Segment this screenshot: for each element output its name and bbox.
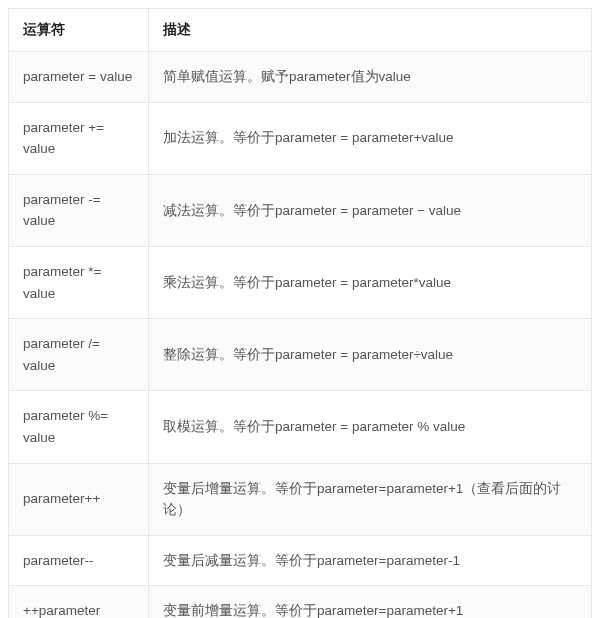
cell-operator: parameter /= value [9, 319, 149, 391]
table-row: ++parameter 变量前增量运算。等价于parameter=paramet… [9, 586, 592, 618]
cell-description: 取模运算。等价于parameter = parameter % value [149, 391, 592, 463]
header-operator: 运算符 [9, 9, 149, 52]
cell-operator: parameter-- [9, 535, 149, 586]
cell-description: 减法运算。等价于parameter = parameter − value [149, 174, 592, 246]
table-row: parameter *= value 乘法运算。等价于parameter = p… [9, 246, 592, 318]
cell-operator: parameter *= value [9, 246, 149, 318]
cell-operator: parameter++ [9, 463, 149, 535]
table-row: parameter = value 简单赋值运算。赋予parameter值为va… [9, 52, 592, 103]
cell-description: 整除运算。等价于parameter = parameter÷value [149, 319, 592, 391]
cell-operator: parameter -= value [9, 174, 149, 246]
cell-description: 变量前增量运算。等价于parameter=parameter+1 [149, 586, 592, 618]
table-row: parameter -= value 减法运算。等价于parameter = p… [9, 174, 592, 246]
cell-operator: parameter += value [9, 102, 149, 174]
cell-description: 变量后增量运算。等价于parameter=parameter+1（查看后面的讨论… [149, 463, 592, 535]
table-row: parameter += value 加法运算。等价于parameter = p… [9, 102, 592, 174]
header-description: 描述 [149, 9, 592, 52]
table-row: parameter /= value 整除运算。等价于parameter = p… [9, 319, 592, 391]
operators-table: 运算符 描述 parameter = value 简单赋值运算。赋予parame… [8, 8, 592, 618]
table-row: parameter-- 变量后减量运算。等价于parameter=paramet… [9, 535, 592, 586]
cell-operator: parameter %= value [9, 391, 149, 463]
cell-description: 简单赋值运算。赋予parameter值为value [149, 52, 592, 103]
table-row: parameter %= value 取模运算。等价于parameter = p… [9, 391, 592, 463]
cell-operator: ++parameter [9, 586, 149, 618]
table-header-row: 运算符 描述 [9, 9, 592, 52]
cell-description: 加法运算。等价于parameter = parameter+value [149, 102, 592, 174]
cell-description: 乘法运算。等价于parameter = parameter*value [149, 246, 592, 318]
table-row: parameter++ 变量后增量运算。等价于parameter=paramet… [9, 463, 592, 535]
cell-operator: parameter = value [9, 52, 149, 103]
cell-description: 变量后减量运算。等价于parameter=parameter-1 [149, 535, 592, 586]
